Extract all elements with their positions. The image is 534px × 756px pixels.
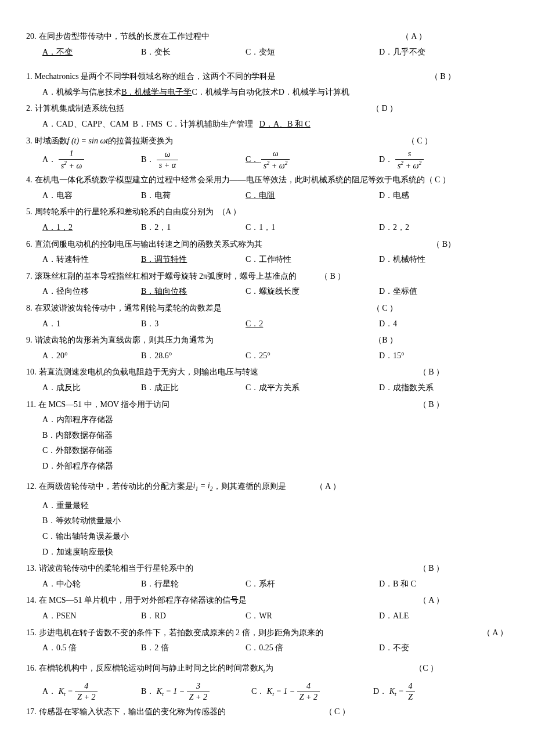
- option-c: C．变短: [246, 45, 379, 60]
- answer-label: （ A ）: [315, 479, 341, 495]
- option-a: A．机械学与信息技术: [42, 88, 121, 96]
- option-b: B．电荷: [141, 188, 246, 204]
- answer-label: （ A ）: [482, 625, 508, 641]
- option-c: C．2: [246, 316, 379, 332]
- q-num: 13.: [26, 561, 37, 577]
- q-text-pre: 在槽轮机构中，反应槽轮运动时间与静止时间之比的时间常数: [39, 661, 258, 676]
- option-a: A．20°: [42, 348, 141, 364]
- option-d: D．不变: [379, 640, 409, 656]
- option-a: A．不变: [42, 45, 141, 60]
- option-c: C．1，1: [246, 220, 379, 236]
- answer-label: （ C ）: [372, 301, 398, 316]
- answer-label: （ B）: [432, 237, 456, 253]
- option-c: C．输出轴转角误差最小: [42, 529, 508, 545]
- q-num: 8.: [26, 301, 33, 316]
- option-a: A．CAD、CAPP、CAM: [42, 120, 129, 128]
- q-text-pre: 时域函数: [35, 134, 67, 149]
- question-9: 9. 谐波齿轮的齿形若为直线齿廓，则其压力角通常为 （B ） A．20° B．2…: [26, 333, 508, 363]
- option-d: D．坐标值: [379, 284, 417, 300]
- q-text-post: 的拉普拉斯变换为: [108, 134, 173, 149]
- option-b: B．3: [141, 316, 246, 332]
- option-a: A．成反比: [42, 380, 141, 396]
- option-b: B． Kt = 1 − 3Z + 2: [141, 681, 251, 703]
- answer-label: （B ）: [374, 333, 398, 348]
- option-a: A．转速特性: [42, 252, 141, 268]
- option-d: D．B 和 C: [379, 577, 416, 592]
- answer-label: （ D ）: [371, 101, 398, 117]
- option-d: D．电感: [379, 188, 409, 204]
- question-20: 20. 在同步齿型带传动中，节线的长度在工作过程中 （ A ） A．不变 B．变…: [26, 29, 508, 60]
- option-b: B．FMS: [133, 120, 163, 128]
- option-a: A．0.5 倍: [42, 640, 141, 656]
- option-b: B．行星轮: [141, 577, 246, 592]
- option-b: B．2，1: [141, 220, 246, 236]
- option-d: D．4: [379, 316, 397, 332]
- q-num: 12.: [26, 479, 37, 495]
- q-num: 11.: [26, 397, 36, 413]
- q-num: 5.: [26, 204, 33, 220]
- answer-label: （ C ）: [425, 172, 450, 188]
- q-num: 3.: [26, 134, 33, 149]
- q-num: 20.: [26, 29, 37, 45]
- option-c: C． Kt = 1 − 4Z + 2: [251, 681, 373, 703]
- question-7: 7. 滚珠丝杠副的基本导程指丝杠相对于螺母旋转 2π弧度时，螺母上基准点的 （ …: [26, 269, 508, 300]
- q-text: 步进电机在转子齿数不变的条件下，若拍数变成原来的 2 倍，则步距角为原来的: [39, 625, 323, 641]
- option-b: B．内部数据存储器: [42, 428, 508, 444]
- option-a: A． 1s2 + ω: [42, 149, 141, 171]
- q-text: Mechatronics 是两个不同学科领域名称的组合，这两个不同的学科是: [35, 69, 276, 85]
- question-3: 3. 时域函数 f (t) = sin ωt 的拉普拉斯变换为 （ C ） A．…: [26, 134, 508, 172]
- option-d: D． Kt = 4Z: [373, 681, 415, 703]
- option-a: A．电容: [42, 188, 141, 204]
- question-17: 17. 传感器在零输入状态下，输出值的变化称为传感器的 （ C ）: [26, 704, 508, 720]
- q-num: 9.: [26, 333, 33, 348]
- q-num: 17.: [26, 704, 37, 720]
- question-15: 15. 步进电机在转子齿数不变的条件下，若拍数变成原来的 2 倍，则步距角为原来…: [26, 625, 508, 656]
- q-num: 2.: [26, 101, 33, 117]
- answer-label: （A ）: [218, 204, 241, 220]
- answer-label: （ B ）: [430, 69, 456, 85]
- answer-label: （C ）: [414, 661, 438, 676]
- option-c: C．WR: [246, 609, 379, 624]
- option-a: A．1: [42, 316, 141, 332]
- option-a: A． Kt = 4Z + 2: [42, 681, 141, 703]
- option-c: C．系杆: [246, 577, 379, 592]
- q-text: 若直流测速发电机的负载电阻趋于无穷大，则输出电压与转速: [39, 365, 258, 380]
- option-c: C．0.25 倍: [246, 640, 379, 656]
- q-text: 谐波齿轮传动中的柔轮相当于行星轮系中的: [39, 561, 193, 577]
- question-4: 4. 在机电一体化系统数学模型建立的过程中经常会采用力——电压等效法，此时机械系…: [26, 172, 508, 203]
- option-a: A．PSEN: [42, 609, 141, 624]
- q-num: 14.: [26, 593, 37, 609]
- option-c: C．成平方关系: [246, 380, 379, 396]
- option-c: C．外部数据存储器: [42, 443, 508, 459]
- option-c: C．25°: [246, 348, 379, 364]
- q-text: 周转轮系中的行星轮系和差动轮系的自由度分别为: [35, 204, 214, 220]
- formula-kt: Kt: [258, 661, 265, 676]
- option-c: C．计算机辅助生产管理: [167, 120, 253, 128]
- option-b: B．变长: [141, 45, 246, 60]
- q-num: 16.: [26, 661, 37, 676]
- option-c: C．机械学与自动化技术: [192, 88, 278, 96]
- question-10: 10. 若直流测速发电机的负载电阻趋于无穷大，则输出电压与转速 （ B ） A．…: [26, 365, 508, 395]
- option-d: D．机械特性: [379, 252, 425, 268]
- question-6: 6. 直流伺服电动机的控制电压与输出转速之间的函数关系式称为其 （ B） A．转…: [26, 237, 508, 268]
- question-2: 2. 计算机集成制造系统包括 （ D ） A．CAD、CAPP、CAM B．FM…: [26, 101, 508, 132]
- q-text: 滚珠丝杠副的基本导程指丝杠相对于螺母旋转 2π弧度时，螺母上基准点的: [35, 269, 297, 285]
- option-d: D．A、B 和 C: [259, 120, 311, 128]
- q-text-post: ，则其遵循的原则是: [213, 479, 286, 495]
- option-b: B．成正比: [141, 380, 246, 396]
- option-b: B． ωs + α: [141, 149, 246, 171]
- option-b: B．调节特性: [141, 252, 246, 268]
- q-text-post: 为: [265, 661, 273, 676]
- q-text: 直流伺服电动机的控制电压与输出转速之间的函数关系式称为其: [35, 237, 262, 253]
- option-a: A．1，2: [42, 220, 141, 236]
- option-a: A．径向位移: [42, 284, 141, 300]
- q-num: 7.: [26, 269, 33, 285]
- option-d: D．成指数关系: [379, 380, 434, 396]
- option-b: B．等效转动惯量最小: [42, 513, 508, 529]
- q-num: 1.: [26, 69, 33, 85]
- q-text: 在 MCS—51 中，MOV 指令用于访问: [38, 397, 170, 413]
- formula-ft: f (t) = sin ωt: [67, 134, 109, 149]
- answer-label: （ B ）: [418, 365, 444, 380]
- question-5: 5. 周转轮系中的行星轮系和差动轮系的自由度分别为 （A ） A．1，2 B．2…: [26, 204, 508, 235]
- option-d: D．机械学与计算机: [279, 88, 349, 96]
